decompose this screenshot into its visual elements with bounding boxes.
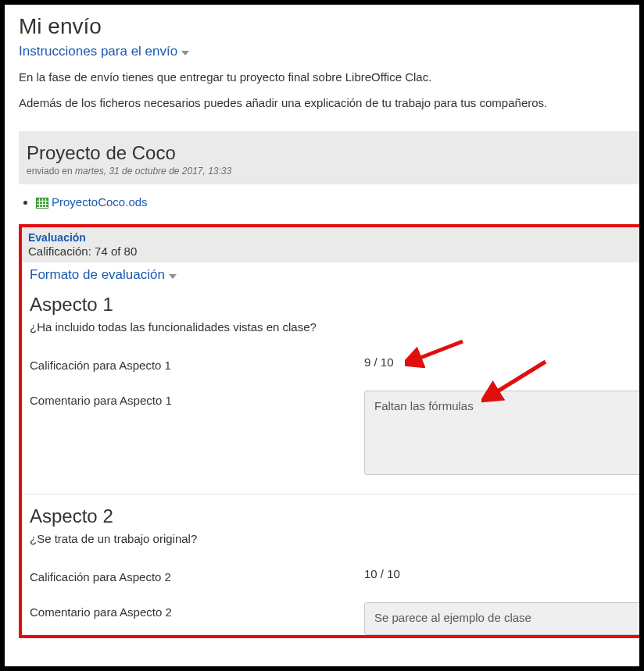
aspect-title: Aspecto 2 xyxy=(30,505,639,527)
submission-meta-prefix: enviado en xyxy=(27,166,75,177)
aspect-grade-row: Calificación para Aspecto 2 10 / 10 xyxy=(30,567,639,584)
aspect-separator xyxy=(22,494,639,494)
aspect-comment-label: Comentario para Aspecto 1 xyxy=(30,391,364,407)
aspect-grade-value: 10 / 10 xyxy=(364,567,639,580)
instructions-link: Instrucciones para el envío xyxy=(19,44,177,59)
spreadsheet-icon xyxy=(36,198,48,209)
evaluation-format-toggle[interactable]: Formato de evaluación xyxy=(30,267,639,283)
submission-header: Proyecto de Coco enviado en martes, 31 d… xyxy=(19,131,639,184)
aspect-grade-row: Calificación para Aspecto 1 9 / 10 xyxy=(30,355,639,372)
submission-files: ProyectoCoco.ods xyxy=(36,195,639,209)
submission-date: martes, 31 de octubre de 2017, 13:33 xyxy=(75,166,231,177)
instructions-toggle[interactable]: Instrucciones para el envío xyxy=(19,44,625,59)
submission-meta: enviado en martes, 31 de octubre de 2017… xyxy=(27,166,639,177)
chevron-down-icon xyxy=(169,274,177,279)
submission-file-link[interactable]: ProyectoCoco.ods xyxy=(36,195,148,209)
evaluation-annotated-region: Evaluación Calificación: 74 of 80 Format… xyxy=(19,224,639,638)
evaluation-header: Evaluación Calificación: 74 of 80 xyxy=(22,227,639,262)
aspect-comment-box: Se parece al ejemplo de clase xyxy=(364,602,639,635)
aspect-comment-value: Se parece al ejemplo de clase xyxy=(364,602,639,635)
submission-title: Proyecto de Coco xyxy=(27,142,639,164)
page-title: Mi envío xyxy=(19,14,625,39)
aspect-comment-row: Comentario para Aspecto 1 Faltan las fór… xyxy=(30,391,639,475)
description-line-1: En la fase de envío tienes que entregar … xyxy=(19,70,625,84)
aspect-comment-box: Faltan las fórmulas xyxy=(364,391,639,475)
evaluation-link[interactable]: Evaluación xyxy=(28,231,86,244)
aspect-grade-label: Calificación para Aspecto 1 xyxy=(30,355,364,372)
chevron-down-icon xyxy=(181,51,189,55)
aspect-comment-value: Faltan las fórmulas xyxy=(364,391,639,475)
aspect-question: ¿Ha incluido todas las funcionalidades v… xyxy=(30,320,639,334)
aspect-question: ¿Se trata de un trabajo original? xyxy=(30,532,639,545)
evaluation-body: Formato de evaluación Aspecto 1 ¿Ha incl… xyxy=(22,262,639,635)
aspect-title: Aspecto 1 xyxy=(30,294,639,316)
aspect-comment-label: Comentario para Aspecto 2 xyxy=(30,602,364,619)
evaluation-format-heading: Formato de evaluación xyxy=(30,267,165,283)
aspect-grade-label: Calificación para Aspecto 2 xyxy=(30,567,364,584)
submission-panel: Proyecto de Coco enviado en martes, 31 d… xyxy=(19,131,639,638)
evaluation-grade: Calificación: 74 of 80 xyxy=(28,244,639,258)
description-line-2: Además de los ficheros necesarios puedes… xyxy=(19,96,625,109)
submission-file-name: ProyectoCoco.ods xyxy=(52,195,148,209)
list-item: ProyectoCoco.ods xyxy=(36,195,639,209)
page-container: Mi envío Instrucciones para el envío En … xyxy=(5,5,639,666)
aspect-grade-value: 9 / 10 xyxy=(364,355,639,369)
aspect-comment-row: Comentario para Aspecto 2 Se parece al e… xyxy=(30,602,639,635)
